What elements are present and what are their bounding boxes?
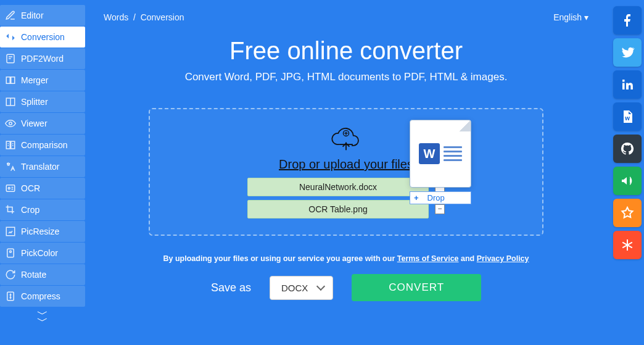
linkedin-share-button[interactable] xyxy=(613,70,642,99)
chevron-down-icon: ﹀﹀ xyxy=(37,308,48,327)
language-selector[interactable]: English ▾ xyxy=(553,12,588,22)
file-dropzone[interactable]: Drop or upload your files NeuralNetwork.… xyxy=(149,108,543,236)
sidebar-item-rotate[interactable]: Rotate xyxy=(0,264,85,285)
privacy-policy-link[interactable]: Privacy Policy xyxy=(477,254,529,263)
page-title: Free online converter xyxy=(104,37,588,65)
sidebar-item-splitter[interactable]: Splitter xyxy=(0,91,85,112)
breadcrumb: Words / Conversion xyxy=(104,12,184,22)
word-doc-icon xyxy=(620,109,635,124)
linkedin-icon xyxy=(620,77,635,92)
svg-point-11 xyxy=(10,251,12,252)
sidebar-item-merger[interactable]: Merger xyxy=(0,70,85,91)
twitter-share-button[interactable] xyxy=(613,38,642,67)
terms-of-service-link[interactable]: Terms of Service xyxy=(397,254,459,263)
remove-file-button[interactable]: − xyxy=(435,204,445,214)
breadcrumb-current: Conversion xyxy=(141,12,184,22)
sidebar-item-pickcolor[interactable]: PickColor xyxy=(0,243,85,264)
github-icon xyxy=(620,141,635,156)
pickcolor-icon xyxy=(5,247,16,259)
sidebar-item-label: OCR xyxy=(21,183,40,193)
ocr-icon xyxy=(5,183,16,194)
sidebar-item-label: PDF2Word xyxy=(21,54,64,64)
sidebar-item-label: Splitter xyxy=(21,97,48,107)
resize-icon xyxy=(5,226,16,237)
upload-cloud-icon xyxy=(328,125,364,152)
sidebar-item-label: PicResize xyxy=(21,227,59,236)
convert-button[interactable]: CONVERT xyxy=(352,274,481,301)
svg-point-8 xyxy=(8,188,10,189)
facebook-share-button[interactable] xyxy=(613,6,642,35)
favorite-button[interactable] xyxy=(613,199,642,227)
sidebar-item-picresize[interactable]: PicResize xyxy=(0,221,85,242)
convert-icon xyxy=(5,31,16,43)
uploaded-file-row: OCR Table.png − xyxy=(247,200,445,218)
sidebar-item-pdf2word[interactable]: PDF2Word xyxy=(0,48,85,69)
sidebar-item-viewer[interactable]: Viewer xyxy=(0,113,85,134)
twitter-icon xyxy=(619,44,635,60)
sidebar-item-conversion[interactable]: Conversion xyxy=(0,27,85,48)
social-rail xyxy=(613,6,644,259)
sidebar-item-editor[interactable]: Editor xyxy=(0,5,85,26)
language-label: English xyxy=(553,12,582,22)
breadcrumb-root-link[interactable]: Words xyxy=(104,12,128,22)
output-format-select[interactable]: DOCX xyxy=(270,276,333,300)
save-as-label: Save as xyxy=(211,281,251,294)
sidebar-item-label: Viewer xyxy=(21,118,47,128)
settings-button[interactable] xyxy=(613,231,642,259)
main-content: Words / Conversion English ▾ Free online… xyxy=(85,0,607,345)
uploaded-file-list: NeuralNetwork.docx − OCR Table.png − xyxy=(247,178,445,222)
sidebar: Editor Conversion PDF2Word Merger Splitt… xyxy=(0,0,85,345)
sidebar-item-label: Crop xyxy=(21,205,39,215)
split-icon xyxy=(5,96,16,107)
uploaded-file-row: NeuralNetwork.docx − xyxy=(247,178,445,196)
sidebar-item-label: Comparison xyxy=(21,140,67,150)
edit-icon xyxy=(5,10,16,21)
sidebar-item-label: PickColor xyxy=(21,248,58,258)
remove-file-button[interactable]: − xyxy=(435,182,445,192)
sidebar-item-label: Merger xyxy=(21,75,48,85)
page-subtitle: Convert Word, PDF, JPG, HTML documents t… xyxy=(104,71,588,83)
dropzone-title[interactable]: Drop or upload your files xyxy=(279,157,413,172)
facebook-icon xyxy=(620,13,635,28)
svg-point-4 xyxy=(9,122,12,125)
agree-and: and xyxy=(459,254,477,263)
sidebar-item-label: Editor xyxy=(21,10,44,20)
agree-prefix: By uploading your files or using our ser… xyxy=(163,254,397,263)
format-selected-value: DOCX xyxy=(281,283,308,293)
sidebar-item-comparison[interactable]: Comparison xyxy=(0,135,85,156)
asterisk-icon xyxy=(620,238,635,252)
sidebar-item-ocr[interactable]: OCR xyxy=(0,178,85,199)
terms-agreement-text: By uploading your files or using our ser… xyxy=(104,254,588,263)
sidebar-item-crop[interactable]: Crop xyxy=(0,199,85,220)
sidebar-item-label: Rotate xyxy=(21,270,46,280)
action-bar: Save as DOCX CONVERT xyxy=(104,274,588,301)
breadcrumb-separator: / xyxy=(133,12,136,22)
eye-icon xyxy=(5,118,16,129)
crop-icon xyxy=(5,204,16,215)
svg-rect-2 xyxy=(11,77,15,84)
sidebar-expand-button[interactable]: ﹀﹀ xyxy=(0,307,85,328)
github-link-button[interactable] xyxy=(613,135,642,163)
rotate-icon xyxy=(5,269,16,280)
word-app-button[interactable] xyxy=(613,102,642,131)
compress-icon xyxy=(5,291,16,302)
merge-icon xyxy=(5,75,16,86)
topbar: Words / Conversion English ▾ xyxy=(104,12,588,22)
translate-icon xyxy=(5,161,16,172)
sidebar-item-label: Conversion xyxy=(21,32,65,42)
compare-icon xyxy=(5,139,16,151)
pdf-icon xyxy=(5,53,16,64)
uploaded-file-name: OCR Table.png xyxy=(247,200,429,218)
sidebar-item-translator[interactable]: Translator xyxy=(0,156,85,177)
star-icon xyxy=(620,206,635,220)
bullhorn-icon xyxy=(620,173,635,188)
sidebar-item-label: Compress xyxy=(21,291,60,301)
sidebar-item-compress[interactable]: Compress xyxy=(0,286,85,307)
sidebar-item-label: Translator xyxy=(21,162,60,172)
chevron-down-icon: ▾ xyxy=(584,12,588,22)
uploaded-file-name: NeuralNetwork.docx xyxy=(247,178,429,196)
svg-rect-9 xyxy=(6,227,15,236)
announcements-button[interactable] xyxy=(613,167,642,195)
svg-rect-1 xyxy=(6,77,10,84)
